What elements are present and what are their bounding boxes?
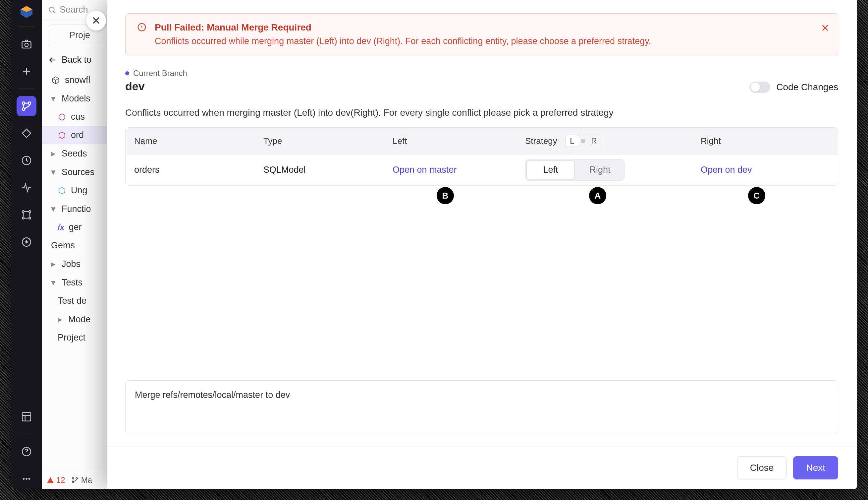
tree-root[interactable]: snowfl <box>42 71 118 89</box>
strategy-master-toggle[interactable]: L R <box>564 134 602 148</box>
svg-point-24 <box>76 477 78 479</box>
branch-name: dev <box>125 80 187 93</box>
modal-footer: Close Next <box>107 447 857 489</box>
rail-divider <box>18 89 35 89</box>
error-alert: Pull Failed: Manual Merge Required Confl… <box>125 13 838 55</box>
chevron-down-icon: ▾ <box>51 204 57 214</box>
chevron-right-icon: ▸ <box>51 148 57 159</box>
layout-icon[interactable] <box>16 407 36 427</box>
master-L[interactable]: L <box>565 135 579 147</box>
code-changes-toggle[interactable]: Code Changes <box>750 82 838 93</box>
hexagon-icon <box>58 113 66 121</box>
search-row[interactable]: Search <box>42 0 118 20</box>
fx-icon: fx <box>58 223 64 232</box>
col-right: Right <box>701 136 829 146</box>
table-header: Name Type Left Strategy L R Right <box>126 128 838 154</box>
current-branch-label: Current Branch <box>125 69 187 78</box>
toggle-switch[interactable] <box>750 82 770 93</box>
strategy-right-option[interactable]: Right <box>576 159 624 180</box>
col-left: Left <box>392 136 525 146</box>
tree-functions[interactable]: ▾Functio <box>42 200 118 218</box>
tree-test-de[interactable]: Test de <box>42 292 118 310</box>
more-icon[interactable] <box>16 469 36 489</box>
tree-tests[interactable]: ▾Tests <box>42 273 118 292</box>
table-row: orders SQLModel Open on master Left Righ… <box>126 154 838 185</box>
plus-icon[interactable] <box>16 61 36 81</box>
svg-point-22 <box>72 477 74 479</box>
svg-marker-19 <box>59 114 64 120</box>
svg-point-3 <box>25 43 28 47</box>
tree-gems[interactable]: Gems <box>42 236 118 255</box>
tree-source-ung[interactable]: Ung <box>42 181 118 200</box>
row-strategy-toggle[interactable]: Left Right <box>525 159 624 181</box>
chevron-down-icon: ▾ <box>51 167 57 178</box>
tree-seeds[interactable]: ▸Seeds <box>42 144 118 163</box>
svg-point-15 <box>23 478 25 480</box>
svg-rect-13 <box>22 412 31 421</box>
download-icon[interactable] <box>16 232 36 252</box>
hexagon-outline-icon <box>58 186 66 195</box>
col-strategy: Strategy <box>525 136 557 146</box>
help-icon[interactable] <box>16 442 36 462</box>
alert-dismiss-button[interactable]: ✕ <box>821 22 829 34</box>
search-placeholder: Search <box>60 5 88 15</box>
open-on-dev-link[interactable]: Open on dev <box>701 165 829 175</box>
branches-icon[interactable] <box>16 96 36 116</box>
branch-dot-icon <box>125 71 129 75</box>
tree-model-ord[interactable]: ord <box>42 126 118 144</box>
cube-icon <box>51 76 60 85</box>
tree-models[interactable]: ▾Models <box>42 89 118 108</box>
warning-icon <box>46 476 54 484</box>
tree-jobs[interactable]: ▸Jobs <box>42 255 118 273</box>
chevron-down-icon: ▾ <box>51 277 57 288</box>
tree-model-cus[interactable]: cus <box>42 108 118 126</box>
svg-point-17 <box>28 478 31 480</box>
back-row[interactable]: Back to <box>42 49 118 71</box>
search-icon <box>48 5 56 14</box>
open-on-master-link[interactable]: Open on master <box>392 165 525 175</box>
tree-footer: 12 Ma <box>42 471 118 489</box>
camera-icon[interactable] <box>16 34 36 54</box>
tree-sources[interactable]: ▾Sources <box>42 163 118 181</box>
chevron-right-icon: ▸ <box>58 314 63 325</box>
graph-icon[interactable] <box>16 205 36 225</box>
clock-icon[interactable] <box>16 150 36 170</box>
footer-branch[interactable]: Ma <box>71 476 92 485</box>
activity-icon[interactable] <box>16 178 36 197</box>
warning-count[interactable]: 12 <box>46 476 65 485</box>
diamond-icon[interactable] <box>16 123 36 143</box>
left-rail <box>11 0 42 489</box>
commit-message-input[interactable] <box>125 380 838 433</box>
row-type: SQLModel <box>263 165 392 175</box>
strategy-left-option[interactable]: Left <box>526 160 575 179</box>
code-changes-label: Code Changes <box>776 82 838 92</box>
col-name: Name <box>134 136 263 146</box>
svg-marker-21 <box>59 188 64 194</box>
arrow-left-icon <box>48 55 57 65</box>
svg-point-16 <box>25 478 27 480</box>
master-R[interactable]: R <box>587 135 601 147</box>
merge-conflict-modal: ✕ Pull Failed: Manual Merge Required Con… <box>107 0 857 489</box>
chevron-right-icon: ▸ <box>51 259 57 269</box>
annotation-b: B <box>437 187 454 204</box>
svg-point-9 <box>29 211 31 213</box>
annotation-c: C <box>748 187 765 204</box>
tree-mode[interactable]: ▸Mode <box>42 310 118 329</box>
tree-function-ger[interactable]: fx ger <box>42 218 118 236</box>
tree-project[interactable]: Project <box>42 329 118 347</box>
modal-close-button[interactable]: ✕ <box>86 11 106 31</box>
close-button[interactable]: Close <box>737 456 787 479</box>
error-icon <box>137 22 147 32</box>
conflict-table: Name Type Left Strategy L R Right order <box>125 127 838 186</box>
svg-point-10 <box>22 217 24 219</box>
svg-point-11 <box>29 217 31 219</box>
git-branch-icon <box>71 476 79 484</box>
rail-divider <box>18 434 35 434</box>
svg-point-6 <box>28 102 31 104</box>
svg-point-4 <box>22 102 25 104</box>
app-logo-icon <box>19 5 34 19</box>
svg-point-18 <box>49 7 54 12</box>
col-type: Type <box>263 136 392 146</box>
next-button[interactable]: Next <box>793 456 838 479</box>
svg-point-8 <box>22 211 24 213</box>
